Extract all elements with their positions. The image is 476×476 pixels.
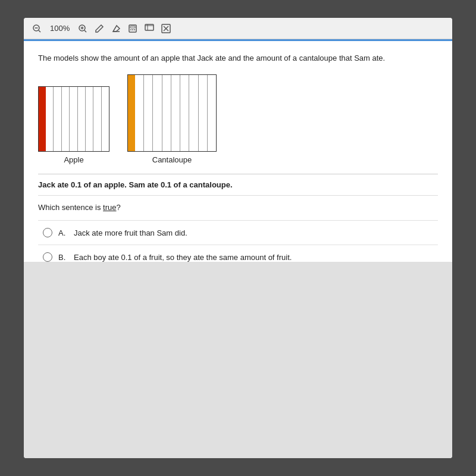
question-prompt: Which sentence is true? [38,203,438,212]
cantaloupe-grid-line [144,75,153,151]
svg-rect-9 [130,26,135,28]
calculator-icon[interactable] [127,23,139,35]
close-icon[interactable] [160,23,172,35]
apple-grid-line [102,87,109,151]
cantaloupe-grid-line [162,75,171,151]
apple-grid-line [86,87,93,151]
cantaloupe-grid-line [180,75,189,151]
apple-grid-line [78,87,86,151]
screen: 100% [24,18,452,458]
apple-label: Apple [64,155,83,164]
radio-a[interactable] [43,228,52,237]
apple-grid-line [70,87,77,151]
svg-point-10 [130,29,131,30]
svg-line-6 [84,30,86,32]
cantaloupe-fraction-bar [127,74,217,152]
statement-section: Jack ate 0.1 of an apple. Sam ate 0.1 of… [38,174,438,196]
cantaloupe-model: Cantaloupe [127,74,217,164]
option-b[interactable]: B. Each boy ate 0.1 of a fruit, so they … [38,245,438,261]
zoom-out-icon[interactable] [31,23,43,35]
cantaloupe-grid-line [189,75,198,151]
eraser-icon[interactable] [110,23,122,35]
apple-grid [46,87,109,151]
option-a-text: Jack ate more fruit than Sam did. [74,228,187,237]
svg-line-2 [39,30,40,32]
cantaloupe-grid-line [208,75,216,151]
option-a[interactable]: A. Jack ate more fruit than Sam did. [38,220,438,245]
cantaloupe-grid-line [135,75,144,151]
apple-model: Apple [38,86,109,164]
apple-fraction-bar [38,86,109,152]
apple-grid-line [62,87,70,151]
zoom-in-icon[interactable] [77,23,89,35]
question-intro: The models show the amount of an apple t… [38,53,438,64]
cantaloupe-grid-line [199,75,208,151]
svg-point-11 [132,29,133,30]
statement-text: Jack ate 0.1 of an apple. Sam ate 0.1 of… [38,180,438,196]
cantaloupe-shaded [128,75,135,151]
apple-shaded [39,87,46,151]
option-a-letter: A. [58,228,68,237]
cantaloupe-label: Cantaloupe [152,155,192,164]
toolbar: 100% [24,18,452,39]
bottom-area [24,262,452,459]
apple-grid-line [46,87,54,151]
cantaloupe-grid-line [171,75,180,151]
apple-grid-line [93,87,101,151]
content-area: The models show the amount of an apple t… [24,41,452,262]
cantaloupe-grid-line [153,75,162,151]
apple-grid-line [54,87,61,151]
cantaloupe-grid [135,75,216,151]
svg-point-12 [134,29,135,30]
option-b-text: Each boy ate 0.1 of a fruit, so they ate… [74,253,292,262]
answer-options: A. Jack ate more fruit than Sam did. B. … [38,220,438,261]
pen-icon[interactable] [93,23,105,35]
zoom-level: 100% [48,24,72,33]
option-b-letter: B. [58,253,68,262]
flag-icon[interactable] [143,23,155,35]
radio-b[interactable] [43,252,52,261]
models-container: Apple [38,74,438,164]
